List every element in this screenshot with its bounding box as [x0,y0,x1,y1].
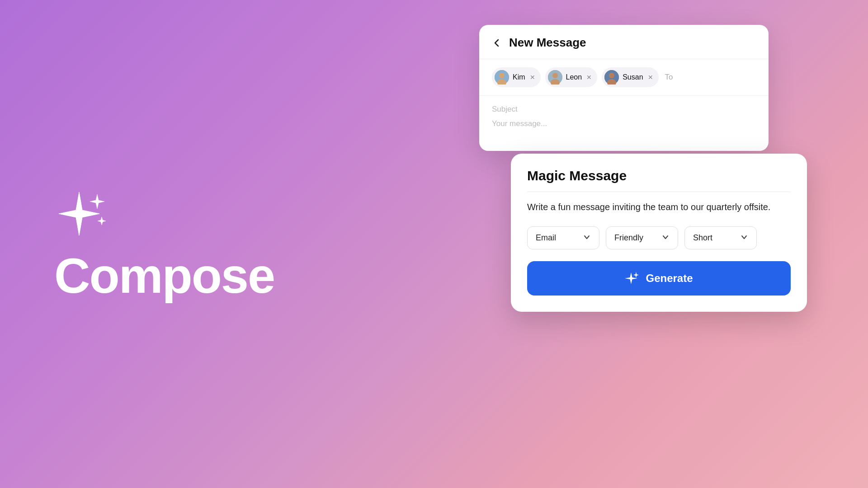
generate-label: Generate [646,272,693,285]
type-dropdown-arrow [583,233,591,243]
recipient-chip-susan: Susan ✕ [602,67,658,87]
avatar-kim [495,70,509,84]
magic-divider [527,192,791,192]
subject-placeholder: Subject [492,105,756,114]
svg-point-4 [552,73,558,78]
generate-sparkle-icon [625,271,639,286]
magic-prompt: Write a fun message inviting the team to… [527,200,791,214]
magic-message-title: Magic Message [527,168,791,183]
sparkle-icon [54,188,108,242]
recipient-chip-kim: Kim ✕ [492,67,541,87]
recipients-row: Kim ✕ Leon ✕ S [479,59,769,96]
card-header: New Message [479,25,769,59]
magic-message-card: Magic Message Write a fun message inviti… [511,154,807,312]
type-dropdown[interactable]: Email [527,226,599,249]
length-dropdown-arrow [740,233,748,243]
recipient-close-kim[interactable]: ✕ [530,74,535,81]
recipient-name-susan: Susan [623,73,643,81]
generate-button[interactable]: Generate [527,261,791,296]
tone-dropdown-arrow [661,233,670,243]
recipient-name-kim: Kim [513,73,525,81]
recipient-chip-leon: Leon ✕ [545,67,598,87]
tone-dropdown-label: Friendly [614,233,643,243]
to-label: To [665,73,673,82]
message-body: Subject Your message... [479,96,769,137]
length-dropdown[interactable]: Short [684,226,757,249]
length-dropdown-label: Short [693,233,712,243]
brand-title: Compose [54,251,274,300]
avatar-leon [548,70,562,84]
card-title: New Message [509,36,586,50]
recipient-close-susan[interactable]: ✕ [648,74,653,81]
back-button[interactable] [492,38,502,48]
tone-dropdown[interactable]: Friendly [606,226,678,249]
type-dropdown-label: Email [536,233,556,243]
message-placeholder: Your message... [492,119,756,128]
dropdowns-row: Email Friendly Short [527,226,791,249]
recipient-name-leon: Leon [566,73,582,81]
svg-point-7 [609,73,614,78]
new-message-card: New Message Kim ✕ L [479,25,769,151]
avatar-susan [604,70,619,84]
recipient-close-leon[interactable]: ✕ [586,74,592,81]
brand-section: Compose [54,188,274,300]
svg-point-1 [499,73,505,78]
